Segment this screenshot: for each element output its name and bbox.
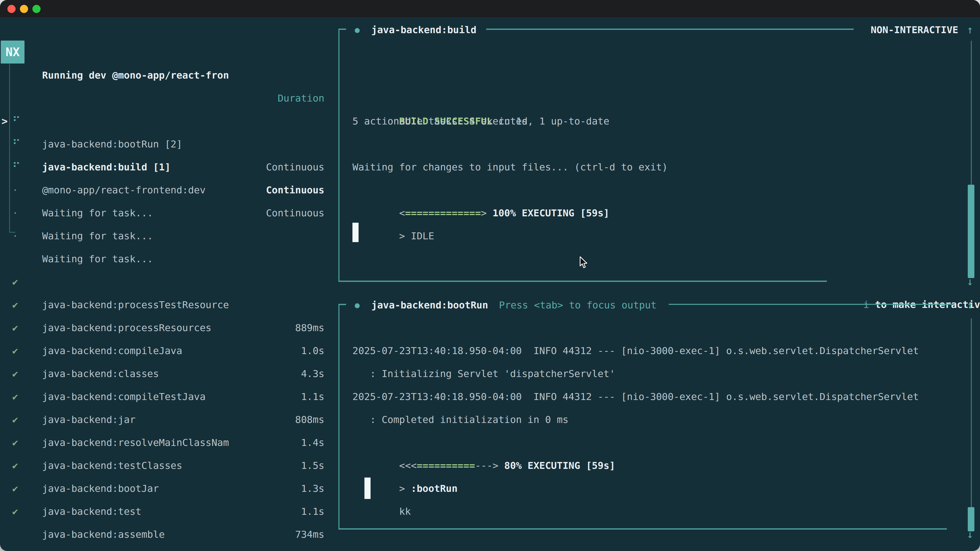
sidebar-title: Running dev @mono-app/react-fron [42, 64, 229, 87]
pane-title: java-backend:bootRun [371, 294, 488, 317]
waiting-task-row: · Waiting for task... [0, 179, 325, 202]
completed-task-row[interactable]: ✔ java-backend:bootJar 1.1s [0, 431, 325, 454]
completed-task-row[interactable]: ✔ java-backend:classes 1.1s [0, 316, 325, 339]
scrollbar-thumb[interactable] [968, 185, 974, 278]
pane-border-bottom [339, 281, 827, 282]
screenshot-stage: NX Running dev @mono-app/react-fron Dura… [0, 0, 980, 551]
waiting-task-row: · Waiting for task... [0, 156, 325, 179]
focus-output-hint: Press <tab> to focus output [499, 294, 657, 317]
progress-status-text: 80% EXECUTING [59s] [504, 460, 615, 471]
waiting-label: Waiting for task... [42, 224, 153, 248]
gradle-progress-line: <=============> 100% EXECUTING [59s] [352, 179, 609, 202]
prompt-chevron: > [399, 230, 411, 241]
waiting-task-row: · Waiting for task... [0, 202, 325, 224]
mouse-cursor-icon [579, 256, 588, 269]
waiting-bullet-icon: · [12, 224, 18, 248]
completed-task-row[interactable]: ✔ java-backend:test 734ms [0, 454, 325, 477]
terminal-window: NX Running dev @mono-app/react-fron Dura… [0, 0, 980, 551]
pane-border-left [339, 29, 339, 282]
zoom-button[interactable] [32, 5, 41, 13]
progress-close-bracket: > [481, 207, 493, 219]
pane-border-corner [339, 29, 346, 30]
keyboard-hints: quit: q help: ? [231, 523, 359, 546]
pane-bullet-icon: ● [355, 294, 360, 317]
gradle-task-line: > :bootRun [352, 454, 458, 477]
task-row-frontend-dev[interactable]: ⠋ @mono-app/react-frontend:dev Continuou… [0, 133, 325, 156]
interactive-hint: i to make interactive [817, 270, 959, 293]
idle-line: > IDLE [352, 202, 434, 224]
completed-task-row[interactable]: ✔ java-backend:resolveMainClassNam 1.5s [0, 385, 325, 408]
completed-task-row[interactable]: ✔ java-backend:compileJava 4.3s [0, 293, 325, 316]
scroll-up-icon[interactable]: ↑ [964, 18, 976, 41]
scroll-down-icon[interactable]: ↓ [964, 523, 976, 546]
titlebar [0, 0, 980, 17]
progress-bar-remaining: ---> [475, 460, 504, 471]
gradle-task-name: :bootRun [411, 483, 458, 494]
pane-title: java-backend:build [371, 18, 476, 41]
check-icon: ✔ [12, 500, 18, 523]
completed-task-row[interactable]: ✔ java-backend:testClasses 1.3s [0, 408, 325, 431]
log-line: : Initializing Servlet 'dispatcherServle… [352, 362, 615, 385]
completed-task-row[interactable]: ✔ java-backend:processResources 1.0s [0, 270, 325, 293]
typed-input-line[interactable]: kk [352, 477, 411, 500]
task-row-bootrun[interactable]: ⠋ java-backend:bootRun [2] Continuous [0, 87, 325, 110]
log-line: : Completed initialization in 0 ms [352, 408, 568, 431]
pager: ← 1/2 → [11, 523, 87, 546]
completed-task-row[interactable]: ✔ java-backend:jar 1.4s [0, 362, 325, 385]
completed-task-row[interactable]: ✔ java-backend:processTestResource 889ms [0, 248, 325, 270]
scroll-down-icon[interactable]: ↓ [964, 270, 976, 293]
pane-header-rule [486, 29, 854, 30]
scroll-up-icon[interactable]: ↑ [964, 294, 976, 317]
pane-border-bottom [339, 528, 947, 530]
waiting-for-changes-line: Waiting for changes to input files... (c… [352, 156, 668, 179]
terminal-cursor [364, 478, 371, 499]
non-interactive-badge: NON-INTERACTIVE [871, 18, 958, 41]
close-button[interactable] [7, 5, 16, 13]
pane-border-left [339, 304, 339, 529]
scrollbar-track[interactable] [971, 318, 972, 507]
completed-task-row[interactable]: ✔ java-backend:assemble 774ms [0, 477, 325, 500]
gradle-progress-line: <<<==========---> 80% EXECUTING [59s] [352, 431, 615, 454]
pane-border-corner [339, 304, 346, 305]
typed-input-text: kk [399, 506, 411, 517]
task-label: java-backend:test [42, 500, 142, 523]
build-result-line: BUILD SUCCESSFUL in 1s [352, 87, 528, 110]
progress-status-text: 100% EXECUTING [59s] [493, 207, 609, 219]
terminal-cursor [352, 223, 359, 242]
minimize-button[interactable] [20, 5, 28, 13]
task-duration: 1.1s [301, 500, 325, 523]
pane-bullet-icon: ● [355, 18, 360, 41]
task-row-build-selected[interactable]: ⠋ java-backend:build [1] Continuous [0, 110, 325, 133]
completed-task-row[interactable]: ✔ java-backend:compileTestJava 808ms [0, 339, 325, 362]
log-line: 2025-07-23T13:40:18.950-04:00 INFO 44312… [352, 385, 919, 408]
actionable-tasks-line: 5 actionable tasks: 4 executed, 1 up-to-… [352, 110, 609, 133]
sidebar-header: Running dev @mono-app/react-fron Duratio… [0, 41, 325, 64]
log-line: 2025-07-23T13:40:18.950-04:00 INFO 44312… [352, 339, 919, 362]
idle-text: IDLE [411, 230, 434, 241]
pane-header-rule [669, 304, 952, 305]
